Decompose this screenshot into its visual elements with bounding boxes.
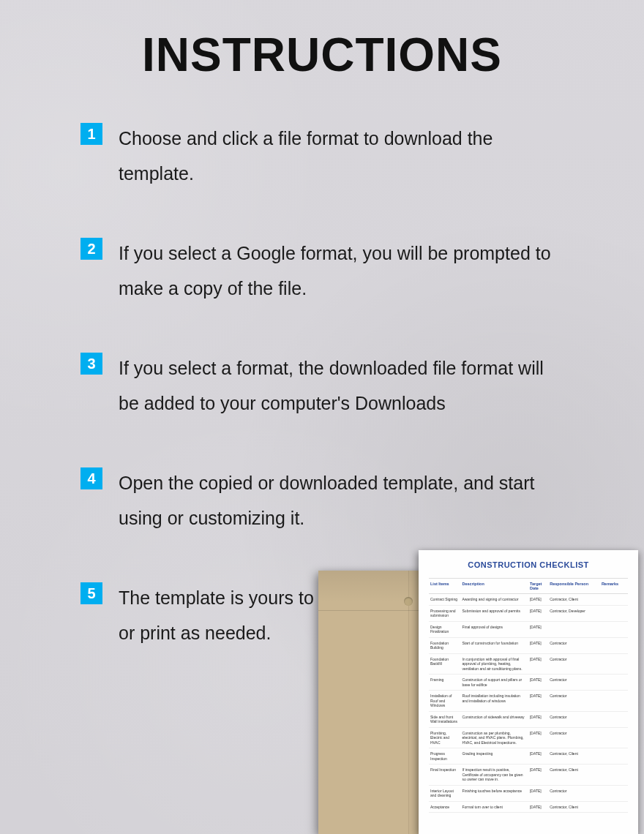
preview-cell: [DATE] <box>528 675 548 691</box>
preview-cell: Contractor <box>548 637 600 653</box>
preview-row: Design FinalizationFinal approval of des… <box>429 621 628 637</box>
preview-cell: [DATE] <box>528 801 548 813</box>
preview-row: Side and front Wall installationsConstru… <box>429 711 628 727</box>
preview-cell: Acceptance <box>429 801 461 813</box>
instruction-step: 4 Open the copied or downloaded template… <box>80 466 564 536</box>
preview-cell: Final approval of designs <box>461 621 528 637</box>
preview-cell: Processing and submission <box>429 605 461 621</box>
preview-cell: Roof installation including insulation a… <box>461 691 528 712</box>
preview-row: Contract SigningAwarding and signing of … <box>429 594 628 606</box>
preview-row: Installation of Roof and WindowsRoof ins… <box>429 691 628 712</box>
step-text: If you select a Google format, you will … <box>119 236 564 306</box>
preview-cell: If inspection result is positive, Certif… <box>461 764 528 786</box>
preview-cell: [DATE] <box>528 605 548 621</box>
preview-cell: [DATE] <box>528 653 548 675</box>
preview-cell: Contractor, Client <box>548 594 600 606</box>
template-preview: CONSTRUCTION CHECKLIST List Items Descri… <box>419 550 638 834</box>
preview-cell <box>600 675 628 691</box>
preview-cell: Interior Layout and cleaning <box>429 785 461 801</box>
preview-cell: Contractor <box>548 675 600 691</box>
preview-cell <box>600 727 628 748</box>
preview-header: Remarks <box>600 579 628 594</box>
preview-cell: Awarding and signing of contractor <box>461 594 528 606</box>
preview-cell <box>600 594 628 606</box>
preview-cell: Foundation Building <box>429 637 461 653</box>
preview-cell: Design Finalization <box>429 621 461 637</box>
preview-cell: [DATE] <box>528 594 548 606</box>
preview-cell: Formal turn over to client <box>461 801 528 813</box>
preview-cell: Framing <box>429 675 461 691</box>
step-number-badge: 2 <box>80 238 102 260</box>
preview-cell <box>600 653 628 675</box>
preview-cell: Start of construction for foundation <box>461 637 528 653</box>
instruction-step: 1 Choose and click a file format to down… <box>80 121 564 191</box>
instruction-step: 2 If you select a Google format, you wil… <box>80 236 564 306</box>
preview-table: List Items Description Target Date Respo… <box>429 578 628 813</box>
preview-cell <box>600 711 628 727</box>
step-number-badge: 3 <box>80 353 102 375</box>
preview-cell: [DATE] <box>528 785 548 801</box>
preview-row: AcceptanceFormal turn over to client[DAT… <box>429 801 628 813</box>
step-text: Choose and click a file format to downlo… <box>119 121 564 191</box>
preview-cell: Submission and approval of permits <box>461 605 528 621</box>
preview-row: Foundation BackfillIn conjunction with a… <box>429 653 628 675</box>
preview-cell <box>548 621 600 637</box>
preview-cell: Contractor <box>548 653 600 675</box>
preview-header: Responsible Person <box>548 579 600 594</box>
instruction-step: 3 If you select a format, the downloaded… <box>80 351 564 421</box>
preview-cell: Construction of sidewalk and driveway <box>461 711 528 727</box>
step-number-badge: 1 <box>80 123 102 145</box>
preview-cell: Side and front Wall installations <box>429 711 461 727</box>
preview-cell: [DATE] <box>528 748 548 764</box>
step-text: Open the copied or downloaded template, … <box>119 466 564 536</box>
preview-cell: Contract Signing <box>429 594 461 606</box>
preview-cell: Finishing touches before acceptance <box>461 785 528 801</box>
preview-row: Final InspectionIf inspection result is … <box>429 764 628 786</box>
preview-cell: Contractor, Client <box>548 801 600 813</box>
preview-cell: Contractor, Developer <box>548 605 600 621</box>
preview-cell: Foundation Backfill <box>429 653 461 675</box>
preview-row: Plumbing, Electric and HVACConstruction … <box>429 727 628 748</box>
preview-cell <box>600 764 628 786</box>
page-title: INSTRUCTIONS <box>0 28 644 82</box>
preview-cell <box>600 785 628 801</box>
preview-cell: [DATE] <box>528 691 548 712</box>
preview-cell: Construction as per plumbing, electrical… <box>461 727 528 748</box>
preview-cell: Grading inspecting <box>461 748 528 764</box>
preview-cell: [DATE] <box>528 637 548 653</box>
preview-cell <box>600 637 628 653</box>
preview-cell: Contractor, Client <box>548 764 600 786</box>
preview-title: CONSTRUCTION CHECKLIST <box>429 560 628 569</box>
preview-cell: Contractor, Client <box>548 748 600 764</box>
step-number-badge: 5 <box>80 582 102 604</box>
step-text: If you select a format, the downloaded f… <box>119 351 564 421</box>
preview-header: List Items <box>429 579 461 594</box>
preview-row: Progress InspectionGrading inspecting[DA… <box>429 748 628 764</box>
preview-row: Processing and submissionSubmission and … <box>429 605 628 621</box>
preview-header: Target Date <box>528 579 548 594</box>
preview-cell <box>600 801 628 813</box>
preview-header-row: List Items Description Target Date Respo… <box>429 579 628 594</box>
preview-header: Description <box>461 579 528 594</box>
preview-row: Foundation BuildingStart of construction… <box>429 637 628 653</box>
preview-cell: Plumbing, Electric and HVAC <box>429 727 461 748</box>
preview-cell <box>600 691 628 712</box>
step-number-badge: 4 <box>80 467 102 489</box>
preview-cell: [DATE] <box>528 711 548 727</box>
preview-cell <box>600 605 628 621</box>
preview-cell: Installation of Roof and Windows <box>429 691 461 712</box>
preview-cell: [DATE] <box>528 727 548 748</box>
preview-cell: Progress Inspection <box>429 748 461 764</box>
preview-cell: [DATE] <box>528 621 548 637</box>
preview-cell: Final Inspection <box>429 764 461 786</box>
preview-row: FramingConstruction of support and pilla… <box>429 675 628 691</box>
preview-row: Interior Layout and cleaningFinishing to… <box>429 785 628 801</box>
preview-cell: [DATE] <box>528 764 548 786</box>
preview-cell: Contractor <box>548 785 600 801</box>
preview-cell <box>600 748 628 764</box>
preview-cell: Contractor <box>548 691 600 712</box>
preview-cell: Contractor <box>548 727 600 748</box>
preview-cell: Contractor <box>548 711 600 727</box>
preview-cell: Construction of support and pillars or b… <box>461 675 528 691</box>
preview-cell <box>600 621 628 637</box>
